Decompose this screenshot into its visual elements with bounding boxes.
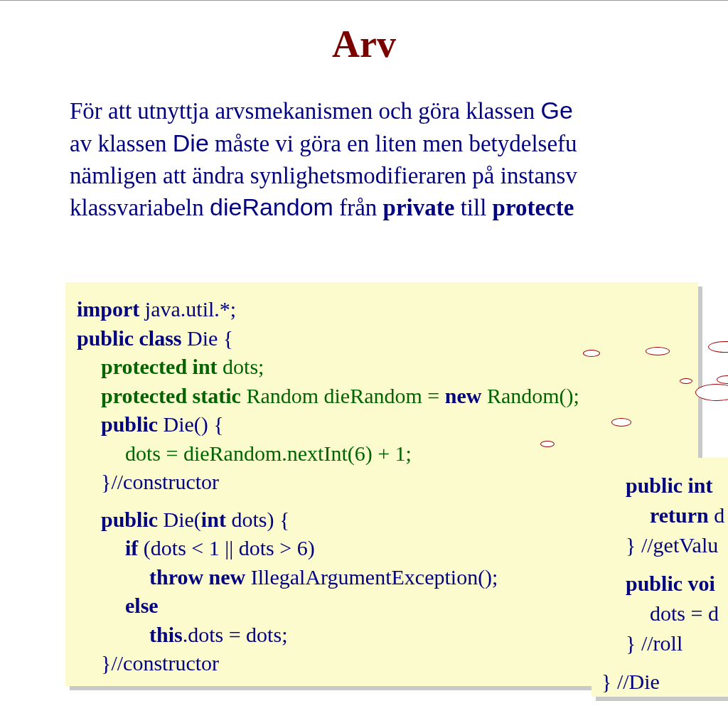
keyword: import (77, 297, 139, 321)
code: } //getValu (626, 533, 718, 557)
keyword-private: private (383, 195, 455, 220)
keyword: return (650, 503, 709, 527)
code: dots = dieRandom.nextInt(6) + 1; (125, 441, 412, 465)
keyword: this (149, 623, 183, 646)
keyword: protected int (101, 355, 218, 378)
text-seg: För att utnyttja arvsmekanismen och göra… (70, 98, 541, 124)
code: dots; (218, 355, 264, 378)
variable-name: dieRandom (210, 193, 333, 220)
keyword: protected static (101, 384, 241, 407)
decoration-ellipses (540, 341, 728, 462)
text-seg: till (454, 195, 492, 220)
body-paragraph: För att utnyttja arvsmekanismen och göra… (70, 95, 714, 224)
keyword: public voi (626, 572, 715, 595)
keyword: public (101, 412, 158, 436)
keyword: if (125, 536, 138, 560)
class-name: Ge (541, 97, 573, 124)
code: } //roll (626, 631, 682, 655)
code: dots) { (226, 508, 289, 531)
keyword: public int (626, 473, 713, 497)
code: }//constructor (101, 470, 219, 493)
code: }//constructor (101, 651, 219, 675)
code: Random dieRandom = (241, 384, 445, 407)
code: IllegalArgumentException(); (245, 565, 498, 589)
code: (dots < 1 || dots > 6) (138, 536, 314, 560)
class-name: Die (173, 129, 209, 156)
text-seg: klassvariabeln (70, 195, 210, 220)
keyword: else (125, 594, 159, 617)
code: Die( (158, 508, 201, 531)
keyword: new (445, 384, 482, 407)
text-seg: nämligen att ändra synlighetsmodifierare… (70, 163, 577, 188)
code: } //Die (601, 670, 660, 693)
code: Die { (182, 326, 234, 350)
keyword: throw new (149, 565, 245, 589)
keyword-protected: protecte (493, 195, 574, 220)
code: dots = d (650, 601, 719, 625)
text-seg: från (333, 195, 383, 220)
text-seg: måste vi göra en liten men betydelsefu (209, 131, 577, 156)
code: d (709, 503, 725, 527)
keyword: public (101, 508, 158, 531)
keyword: public class (77, 326, 182, 350)
slide-title: Arv (0, 22, 728, 66)
code: java.util.*; (139, 297, 236, 321)
code-block-methods: public int return d } //getValu public v… (592, 458, 728, 697)
code: Die() { (158, 412, 224, 436)
keyword: int (201, 508, 226, 531)
code: .dots = dots; (183, 623, 288, 646)
text-seg: av klassen (70, 131, 173, 156)
